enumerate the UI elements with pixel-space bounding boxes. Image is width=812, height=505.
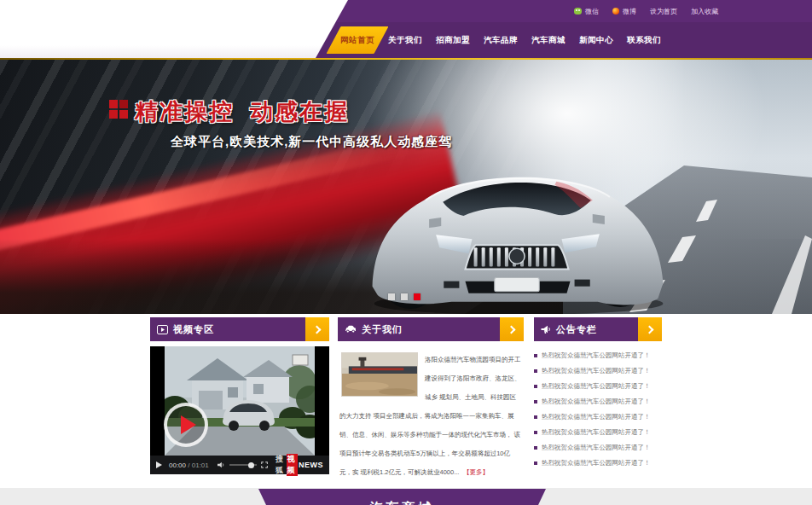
weibo-label: 微博 bbox=[623, 7, 636, 16]
bullet-square-icon bbox=[534, 354, 537, 357]
volume-icon[interactable] bbox=[218, 461, 225, 469]
fullscreen-icon[interactable] bbox=[261, 461, 268, 469]
video-player[interactable]: 00:00 / 01:01 搜狐 视频 bbox=[150, 346, 329, 474]
about-more-button[interactable] bbox=[500, 317, 524, 341]
notice-item-text: 热烈祝贺众德慧汽车公园网站开通了！ bbox=[542, 459, 651, 467]
notice-item[interactable]: 热烈祝贺众德慧汽车公园网站开通了！ bbox=[534, 379, 662, 394]
video-icon bbox=[157, 325, 168, 334]
red-squares-icon bbox=[109, 100, 128, 119]
time-separator: / bbox=[188, 461, 189, 469]
bullet-square-icon bbox=[534, 431, 537, 434]
wechat-label: 微信 bbox=[585, 7, 599, 16]
chevron-right-icon bbox=[645, 325, 653, 334]
set-home-label: 设为首页 bbox=[650, 7, 677, 16]
notice-item-text: 热烈祝贺众德慧汽车公园网站开通了！ bbox=[542, 428, 651, 437]
wechat-icon bbox=[574, 8, 582, 15]
hero-banner: 精准操控 动感在握 全球平台,欧美技术,新一代中高级私人动感座驾 bbox=[0, 58, 812, 314]
site-header: 微信 微博 设为首页 加入收藏 众德慧汽车 bbox=[0, 0, 812, 58]
weibo-link[interactable]: 微博 bbox=[612, 7, 636, 16]
megaphone-icon bbox=[541, 325, 551, 334]
time-total: 01:01 bbox=[192, 461, 209, 469]
nav-item[interactable]: 招商加盟 bbox=[429, 26, 477, 54]
video-controls: 00:00 / 01:01 搜狐 视频 bbox=[150, 456, 329, 474]
notice-item[interactable]: 热烈祝贺众德慧汽车公园网站开通了！ bbox=[534, 409, 662, 425]
set-home-link[interactable]: 设为首页 bbox=[650, 7, 677, 16]
topbar: 微信 微博 设为首页 加入收藏 bbox=[574, 0, 718, 22]
bullet-square-icon bbox=[534, 385, 537, 388]
hero-subheadline: 全球平台,欧美技术,新一代中高级私人动感座驾 bbox=[171, 134, 452, 150]
notice-more-button[interactable] bbox=[638, 317, 662, 341]
video-more-button[interactable] bbox=[305, 317, 329, 341]
video-section: 视频专区 bbox=[150, 317, 329, 481]
notice-section-title: 公告专栏 bbox=[556, 323, 597, 336]
control-play-icon[interactable] bbox=[156, 461, 162, 468]
video-section-header: 视频专区 bbox=[150, 317, 329, 341]
video-time: 00:00 / 01:01 bbox=[169, 461, 209, 469]
video-section-title: 视频专区 bbox=[173, 323, 214, 336]
notice-item-text: 热烈祝贺众德慧汽车公园网站开通了！ bbox=[542, 398, 651, 406]
sohu-news-text: NEWS bbox=[299, 461, 323, 469]
weibo-icon bbox=[612, 8, 619, 15]
add-favorite-label: 加入收藏 bbox=[691, 7, 718, 16]
about-body: 洛阳众德慧汽车物流园项目的开工 建设得到了洛阳市政府、洛龙区、城乡 规划局、土地… bbox=[338, 346, 524, 481]
notice-list: 热烈祝贺众德慧汽车公园网站开通了！ 热烈祝贺众德慧汽车公园网站开通了！ 热烈祝贺… bbox=[534, 348, 662, 471]
time-current: 00:00 bbox=[169, 461, 186, 469]
about-more-link[interactable]: 【更多】 bbox=[463, 468, 489, 476]
nav-item[interactable]: 新闻中心 bbox=[572, 26, 620, 54]
bullet-square-icon bbox=[534, 461, 537, 465]
carousel-dot[interactable] bbox=[401, 293, 408, 300]
add-favorite-link[interactable]: 加入收藏 bbox=[691, 7, 718, 16]
about-photo bbox=[341, 352, 418, 397]
nav-item[interactable]: 联系我们 bbox=[620, 26, 668, 54]
play-triangle-icon bbox=[181, 415, 196, 434]
nav-item[interactable]: 关于我们 bbox=[381, 26, 429, 54]
bullet-square-icon bbox=[534, 415, 537, 419]
about-section-title: 关于我们 bbox=[362, 323, 403, 336]
notice-item-text: 热烈祝贺众德慧汽车公园网站开通了！ bbox=[542, 367, 651, 375]
notice-item-text: 热烈祝贺众德慧汽车公园网站开通了！ bbox=[542, 444, 651, 452]
notice-item[interactable]: 热烈祝贺众德慧汽车公园网站开通了！ bbox=[534, 348, 662, 363]
nav-item[interactable]: 汽车商城 bbox=[525, 26, 572, 54]
content-row: 视频专区 bbox=[150, 317, 662, 481]
notice-item-text: 热烈祝贺众德慧汽车公园网站开通了！ bbox=[542, 413, 651, 421]
notice-item[interactable]: 热烈祝贺众德慧汽车公园网站开通了！ bbox=[534, 425, 662, 440]
hero-caption: 精准操控 动感在握 全球平台,欧美技术,新一代中高级私人动感座驾 bbox=[109, 96, 452, 150]
hero-headline: 精准操控 动感在握 bbox=[135, 96, 349, 127]
notice-item[interactable]: 热烈祝贺众德慧汽车公园网站开通了！ bbox=[534, 394, 662, 409]
chevron-right-icon bbox=[312, 325, 321, 334]
nav-item[interactable]: 汽车品牌 bbox=[477, 26, 525, 54]
notice-section-header: 公告专栏 bbox=[534, 317, 662, 341]
notice-section: 公告专栏 热烈祝贺众德慧汽车公园网站开通了！ 热烈祝贺众德慧汽车公园网站开通了！ bbox=[534, 317, 662, 481]
notice-item[interactable]: 热烈祝贺众德慧汽车公园网站开通了！ bbox=[534, 363, 662, 379]
notice-item[interactable]: 热烈祝贺众德慧汽车公园网站开通了！ bbox=[534, 456, 662, 471]
wechat-link[interactable]: 微信 bbox=[574, 7, 599, 16]
nav-item[interactable]: 网站首页 bbox=[334, 26, 381, 54]
sohu-video-logo: 搜狐 视频 NEWS bbox=[276, 454, 323, 476]
carousel-dots bbox=[388, 293, 420, 300]
bullet-square-icon bbox=[534, 446, 537, 450]
chevron-right-icon bbox=[507, 325, 515, 334]
sohu-text: 搜狐 bbox=[276, 454, 285, 476]
car-icon bbox=[345, 325, 357, 334]
about-section: 关于我们 洛阳众德慧汽车 bbox=[338, 317, 524, 481]
play-button[interactable] bbox=[164, 403, 208, 447]
notice-item[interactable]: 热烈祝贺众德慧汽车公园网站开通了！ bbox=[534, 440, 662, 456]
volume-knob[interactable] bbox=[248, 462, 254, 468]
page: 微信 微博 设为首页 加入收藏 众德慧汽车 bbox=[0, 0, 812, 505]
about-section-header: 关于我们 bbox=[338, 317, 524, 341]
carousel-dot[interactable] bbox=[414, 293, 420, 300]
carousel-dot[interactable] bbox=[388, 293, 395, 300]
footer-section-banner: 汽车商城 bbox=[258, 489, 546, 505]
volume-slider[interactable] bbox=[229, 464, 257, 466]
bullet-square-icon bbox=[534, 369, 537, 373]
notice-item-text: 热烈祝贺众德慧汽车公园网站开通了！ bbox=[542, 351, 651, 360]
main-nav: 网站首页 关于我们 招商加盟 汽车品牌 汽车商城 新闻中心 联系我们 bbox=[0, 22, 812, 58]
notice-item-text: 热烈祝贺众德慧汽车公园网站开通了！ bbox=[542, 382, 651, 391]
footer-section-title: 汽车商城 bbox=[370, 500, 435, 505]
sohu-video-text: 视频 bbox=[287, 454, 298, 476]
bullet-square-icon bbox=[534, 400, 537, 403]
footer-strip: 汽车商城 bbox=[0, 488, 812, 505]
